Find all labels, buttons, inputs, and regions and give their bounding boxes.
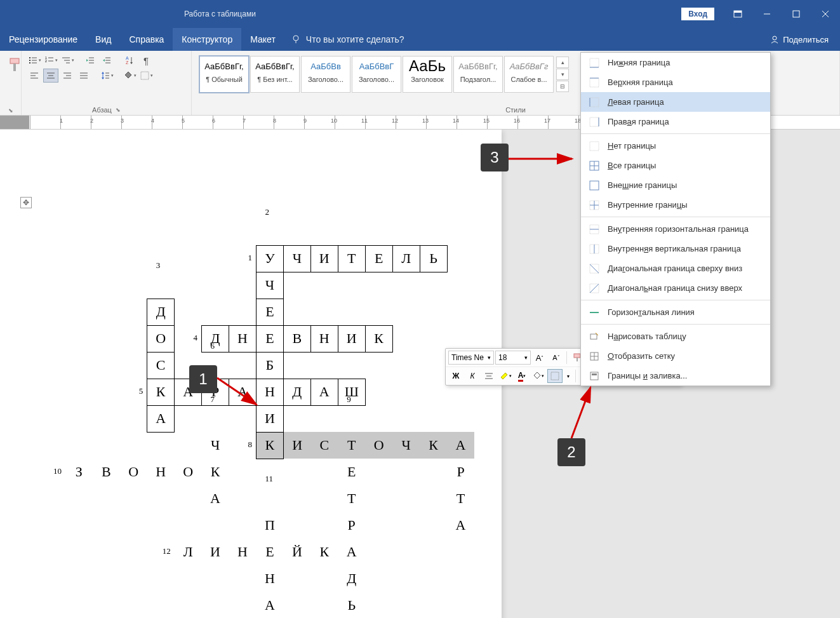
minimize-icon[interactable] <box>752 0 782 28</box>
crossword-cell[interactable]: Ч <box>256 272 283 299</box>
style-item[interactable]: АаБьЗаголовок <box>403 56 452 93</box>
font-size-field[interactable]: 18▾ <box>495 351 531 365</box>
crossword-cell[interactable]: И <box>338 325 365 352</box>
borders-button[interactable]: ▾ <box>138 69 154 83</box>
crossword-cell[interactable]: Р <box>338 512 365 539</box>
style-item[interactable]: АаБбВвГг,Подзагол... <box>453 56 503 93</box>
crossword-table[interactable]: 21УЧИТЕЛЬ3ЧДЕО4ДНЕВНИКС6Б5КАРАНДАША7И9Ч8… <box>38 218 502 618</box>
grow-font-button[interactable]: A˄ <box>532 351 547 365</box>
style-item[interactable]: АаБбВвЗаголово... <box>301 56 350 93</box>
tab-help[interactable]: Справка <box>120 28 173 51</box>
crossword-cell[interactable]: Н <box>147 459 175 485</box>
increase-indent-button[interactable] <box>99 53 114 67</box>
crossword-cell[interactable]: Д <box>283 379 310 405</box>
close-icon[interactable] <box>811 0 840 28</box>
crossword-cell[interactable]: Ч <box>202 432 229 459</box>
tab-review[interactable]: Рецензирование <box>0 28 86 51</box>
table-move-handle-icon[interactable]: ✥ <box>20 197 32 208</box>
crossword-cell[interactable]: О <box>175 459 202 485</box>
crossword-cell[interactable]: Н <box>310 325 338 352</box>
crossword-cell[interactable]: Т <box>447 485 474 512</box>
border-menu-item[interactable]: Нет границы <box>581 136 770 156</box>
align-right-button[interactable] <box>60 69 75 83</box>
align-center-mini-button[interactable] <box>481 369 497 383</box>
crossword-cell[interactable]: А <box>447 512 474 539</box>
crossword-cell[interactable]: А <box>256 592 283 618</box>
crossword-cell[interactable]: К <box>310 539 338 565</box>
shading-button[interactable]: ▾ <box>122 69 137 83</box>
border-menu-item[interactable]: Правая граница <box>581 112 770 131</box>
crossword-cell[interactable]: А <box>338 539 365 565</box>
border-menu-item[interactable]: Внутренняя горизонтальная граница <box>581 219 770 239</box>
crossword-cell[interactable]: Ш <box>338 379 365 405</box>
share-button[interactable]: Поделиться <box>770 35 829 44</box>
crossword-cell[interactable]: И <box>283 432 310 459</box>
styles-scroll[interactable]: ▴ <box>556 57 569 68</box>
border-menu-item[interactable]: Диагональная граница снизу вверх <box>581 278 770 298</box>
crossword-cell[interactable]: Д <box>202 325 229 352</box>
crossword-cell[interactable]: А <box>310 379 338 405</box>
crossword-cell[interactable]: В <box>283 325 310 352</box>
crossword-cell[interactable]: К <box>365 325 392 352</box>
sort-button[interactable]: AZ <box>122 53 137 67</box>
crossword-cell[interactable]: Е <box>365 245 392 272</box>
shading-mini-button[interactable]: ▾ <box>531 369 546 383</box>
crossword-cell[interactable]: Д <box>147 299 175 325</box>
signin-button[interactable]: Вход <box>681 8 714 20</box>
crossword-cell[interactable]: А <box>202 485 229 512</box>
styles-scroll[interactable]: ▾ <box>556 69 569 80</box>
bullets-button[interactable]: ▾ <box>27 53 42 67</box>
italic-button[interactable]: К <box>465 369 480 383</box>
numbering-button[interactable]: 12▾ <box>43 53 58 67</box>
crossword-cell[interactable]: А <box>147 405 175 432</box>
tab-design[interactable]: Конструктор <box>173 28 241 51</box>
crossword-cell[interactable]: О <box>120 459 147 485</box>
crossword-cell[interactable]: Е <box>256 539 283 565</box>
crossword-cell[interactable]: Т <box>338 485 365 512</box>
highlight-button[interactable]: ▾ <box>498 369 513 383</box>
crossword-cell[interactable]: Ч <box>392 432 420 459</box>
decrease-indent-button[interactable] <box>83 53 98 67</box>
crossword-cell[interactable]: Ь <box>420 245 447 272</box>
border-menu-item[interactable]: Диагональная граница сверху вниз <box>581 259 770 278</box>
ribbon-display-options-icon[interactable] <box>723 0 752 28</box>
crossword-cell[interactable]: У <box>256 245 283 272</box>
crossword-cell[interactable]: И <box>202 539 229 565</box>
crossword-cell[interactable]: Е <box>256 325 283 352</box>
crossword-cell[interactable]: К <box>147 379 175 405</box>
crossword-cell[interactable]: О <box>365 432 392 459</box>
border-menu-item[interactable]: Внешние границы <box>581 175 770 195</box>
crossword-cell[interactable]: Д <box>338 565 365 592</box>
crossword-cell[interactable]: И <box>310 245 338 272</box>
crossword-cell[interactable]: С <box>147 352 175 379</box>
crossword-cell[interactable]: Т <box>338 245 365 272</box>
shrink-font-button[interactable]: A˅ <box>549 351 564 365</box>
style-item[interactable]: АаБбВвГг,¶ Без инт... <box>250 56 300 93</box>
border-menu-item[interactable]: Горизонтальная линия <box>581 302 770 322</box>
crossword-cell[interactable]: Е <box>256 299 283 325</box>
align-center-button[interactable] <box>43 69 58 83</box>
border-menu-item[interactable]: Все границы <box>581 156 770 175</box>
font-name-field[interactable]: Times Ne▾ <box>448 351 494 365</box>
crossword-cell[interactable]: Й <box>283 539 310 565</box>
crossword-cell[interactable]: Н <box>229 325 257 352</box>
line-spacing-button[interactable]: ▾ <box>99 69 114 83</box>
tab-view[interactable]: Вид <box>86 28 120 51</box>
border-menu-item[interactable]: Отобразить сетку <box>581 346 770 366</box>
border-menu-item[interactable]: Внутренние границы <box>581 195 770 215</box>
crossword-cell[interactable]: Р <box>447 459 474 485</box>
align-left-button[interactable] <box>27 69 42 83</box>
border-menu-item[interactable]: Нижняя граница <box>581 53 770 72</box>
border-menu-item[interactable]: Левая граница <box>581 92 770 112</box>
crossword-cell[interactable]: В <box>93 459 120 485</box>
crossword-cell[interactable]: К <box>256 432 283 459</box>
dialog-launcher-icon[interactable]: ⬊ <box>116 107 121 113</box>
style-item[interactable]: АаБбВвГЗаголово... <box>352 56 401 93</box>
border-menu-item[interactable]: Внутренняя вертикальная граница <box>581 239 770 259</box>
crossword-cell[interactable]: Т <box>338 432 365 459</box>
font-color-button[interactable]: А▾ <box>514 369 530 383</box>
styles-scroll[interactable]: ⊟ <box>556 81 569 92</box>
justify-button[interactable] <box>76 69 91 83</box>
borders-mini-button[interactable] <box>547 369 563 383</box>
tell-me[interactable]: Что вы хотите сделать? <box>291 34 404 44</box>
